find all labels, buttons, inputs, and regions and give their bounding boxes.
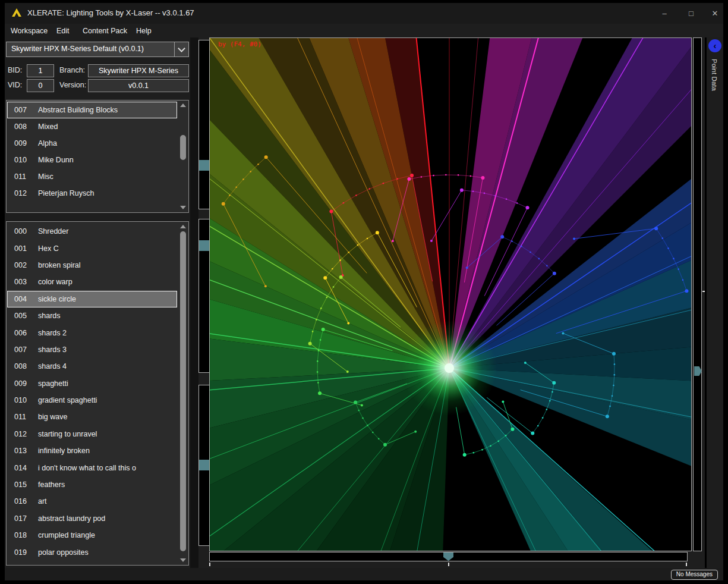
item-label: Mike Dunn (38, 156, 74, 164)
pattern-list-item[interactable]: 013infinitely broken (7, 442, 177, 459)
item-number: 007 (14, 106, 38, 114)
branch-list: 007Abstract Building Blocks008Mixed009Al… (6, 100, 189, 213)
bid-field[interactable]: 1 (27, 64, 54, 77)
pattern-list-item[interactable]: 005shards (7, 307, 177, 324)
menu-item-edit[interactable]: Edit (56, 27, 70, 35)
item-number: 001 (14, 244, 38, 253)
preset-dropdown-value: Skywriter HPX M-Series Default (v0.0.1) (11, 45, 144, 53)
item-number: 009 (14, 379, 38, 388)
laser-preview-canvas[interactable]: by (F4, #0) (209, 37, 692, 551)
branch-list-item[interactable]: 010Mike Dunn (7, 152, 177, 168)
slider-thumb[interactable] (199, 160, 210, 171)
messages-button[interactable]: No Messages (671, 570, 718, 580)
timeline-slider[interactable] (209, 552, 688, 561)
item-number: 000 (14, 227, 38, 236)
branch-list-item[interactable]: 012Pieterjan Ruysch (7, 185, 177, 202)
title-bar[interactable]: XLERATE: Lighting Tools by X-Laser -- v3… (5, 3, 723, 24)
canvas-vertical-scrollbar[interactable] (693, 37, 702, 551)
version-field[interactable]: v0.0.1 (88, 79, 189, 92)
scroll-down-icon[interactable] (180, 206, 186, 209)
branch-field[interactable]: Skywriter HPX M-Series Default (88, 64, 189, 77)
item-number: 011 (14, 172, 38, 181)
canvas-slider-track-1[interactable] (198, 40, 210, 209)
chevron-down-icon (178, 45, 185, 52)
dropdown-arrow-button[interactable] (174, 42, 188, 56)
pattern-list-item[interactable]: 000Shredder (7, 223, 177, 240)
pattern-list-item[interactable]: 012starting to unravel (7, 426, 177, 442)
item-number: 011 (14, 413, 38, 421)
item-number: 006 (14, 329, 38, 337)
pattern-list-item[interactable]: 008shards 4 (7, 358, 177, 375)
branch-list-item[interactable]: 008Mixed (7, 118, 177, 135)
item-label: Shredder (38, 227, 68, 236)
item-number: 008 (14, 123, 38, 131)
branch-list-item[interactable]: 007Abstract Building Blocks (7, 102, 177, 118)
slider-thumb[interactable] (199, 240, 210, 251)
item-label: i don't know what to call this o (38, 464, 136, 472)
item-number: 016 (14, 497, 38, 505)
pattern-list-item[interactable]: 019polar opposites (7, 544, 177, 560)
item-label: Alpha (38, 139, 57, 147)
pattern-list-item[interactable]: 006shards 2 (7, 324, 177, 341)
pattern-list-item[interactable]: 002broken spiral (7, 257, 177, 274)
branch-list-rows: 007Abstract Building Blocks008Mixed009Al… (7, 102, 177, 202)
item-number: 015 (14, 481, 38, 489)
item-label: art (38, 497, 47, 505)
pattern-list-item[interactable]: 017abstract laundry pod (7, 510, 177, 527)
minimize-button[interactable]: – (655, 8, 673, 20)
frame-overlay-label: by (F4, #0) (218, 40, 261, 48)
item-label: infinitely broken (38, 447, 90, 455)
scroll-down-icon[interactable] (180, 558, 186, 562)
pattern-list-item[interactable]: 016art (7, 493, 177, 510)
item-number: 010 (14, 396, 38, 404)
branch-list-item[interactable]: 009Alpha (7, 135, 177, 152)
pattern-list-item[interactable]: 011big wave (7, 409, 177, 425)
item-number: 012 (14, 430, 38, 438)
pattern-list-item[interactable]: 009spaghetti (7, 375, 177, 392)
item-label: Abstract Building Blocks (38, 106, 118, 114)
point-data-panel: ‹ Point Data (705, 37, 723, 569)
menu-item-content-pack[interactable]: Content Pack (83, 27, 127, 35)
tick-mark (448, 563, 449, 566)
vertical-scroll-thumb[interactable] (694, 366, 702, 376)
close-button[interactable]: ✕ (706, 8, 724, 20)
pattern-list-scrollbar[interactable] (178, 222, 188, 565)
pattern-list-item[interactable]: 003color warp (7, 274, 177, 290)
pattern-list-item[interactable]: 010gradient spaghetti (7, 392, 177, 409)
pattern-list-item[interactable]: 004sickle circle (7, 291, 177, 307)
item-number: 017 (14, 514, 38, 523)
maximize-button[interactable]: □ (682, 8, 700, 20)
item-label: polar opposites (38, 548, 89, 557)
branch-list-item[interactable]: 011Misc (7, 168, 177, 185)
preset-dropdown[interactable]: Skywriter HPX M-Series Default (v0.0.1) (6, 42, 189, 57)
item-label: shards 3 (38, 346, 67, 354)
vid-field[interactable]: 0 (27, 79, 54, 92)
item-number: 009 (14, 139, 38, 147)
expand-panel-button[interactable]: ‹ (708, 39, 721, 52)
item-number: 002 (14, 261, 38, 269)
pattern-list-item[interactable]: 007shards 3 (7, 341, 177, 358)
item-number: 005 (14, 312, 38, 320)
pattern-list-item[interactable]: 018crumpled triangle (7, 527, 177, 544)
item-number: 013 (14, 447, 38, 455)
item-number: 014 (14, 464, 38, 472)
panel-divider (190, 37, 198, 569)
branch-scrollbar-thumb[interactable] (180, 135, 186, 160)
bid-label: BID: (8, 66, 22, 74)
slider-thumb[interactable] (199, 460, 210, 470)
timeline-thumb[interactable] (443, 552, 453, 561)
item-label: broken spiral (38, 261, 81, 269)
pattern-list-item[interactable]: 001Hex C (7, 240, 177, 256)
scroll-up-icon[interactable] (180, 103, 186, 107)
pattern-list-item[interactable]: 015feathers (7, 476, 177, 493)
scroll-up-icon[interactable] (180, 225, 186, 228)
branch-list-scrollbar[interactable] (178, 101, 188, 212)
item-number: 018 (14, 531, 38, 539)
canvas-slider-track-3[interactable] (198, 385, 210, 546)
pattern-list-item[interactable]: 014i don't know what to call this o (7, 459, 177, 476)
item-label: starting to unravel (38, 430, 97, 438)
menu-item-workspace[interactable]: Workspace (11, 27, 48, 35)
pattern-scrollbar-thumb[interactable] (180, 231, 186, 551)
canvas-slider-track-2[interactable] (198, 219, 210, 373)
menu-item-help[interactable]: Help (136, 27, 152, 35)
